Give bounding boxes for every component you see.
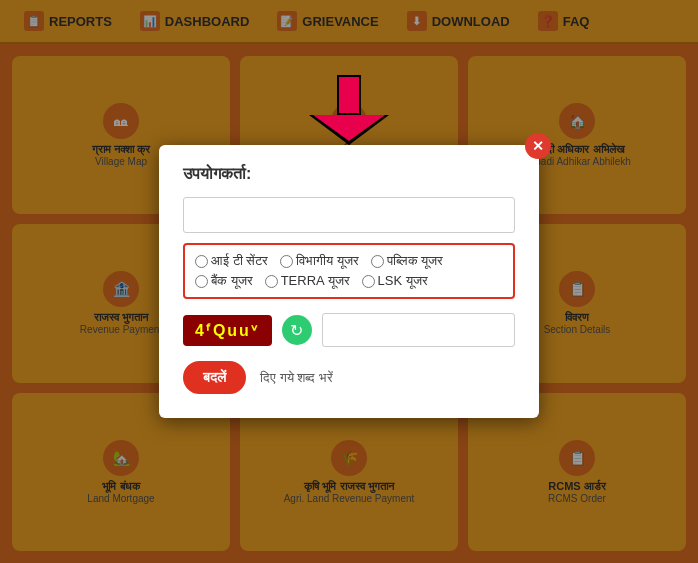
radio-lsk-input[interactable] [362, 275, 375, 288]
captcha-refresh-button[interactable]: ↻ [282, 315, 312, 345]
radio-row-1: आई टी सेंटर विभागीय यूजर पब्लिक यूजर [195, 253, 503, 269]
radio-vibhagiya-input[interactable] [280, 255, 293, 268]
modal-title: उपयोगकर्ता: [183, 165, 515, 183]
radio-it-center-input[interactable] [195, 255, 208, 268]
submit-label: बदलें [203, 369, 226, 385]
refresh-icon: ↻ [290, 321, 303, 340]
radio-bank[interactable]: बैंक यूजर [195, 273, 253, 289]
user-type-radio-group: आई टी सेंटर विभागीय यूजर पब्लिक यूजर बैं… [183, 243, 515, 299]
login-modal: ✕ उपयोगकर्ता: आई टी सेंटर [159, 145, 539, 418]
radio-public[interactable]: पब्लिक यूजर [371, 253, 444, 269]
radio-bank-label: बैंक यूजर [211, 273, 253, 289]
radio-terra-label: TERRA यूजर [281, 273, 350, 289]
down-arrow-indicator [309, 75, 389, 149]
radio-terra[interactable]: TERRA यूजर [265, 273, 350, 289]
radio-vibhagiya-label: विभागीय यूजर [296, 253, 359, 269]
radio-it-center-label: आई टी सेंटर [211, 253, 268, 269]
svg-marker-3 [313, 115, 385, 141]
svg-rect-1 [339, 77, 359, 113]
close-icon: ✕ [532, 138, 544, 154]
modal-close-button[interactable]: ✕ [525, 133, 551, 159]
radio-public-input[interactable] [371, 255, 384, 268]
submit-hint: दिए गये शब्द भरें [260, 370, 333, 386]
radio-row-2: बैंक यूजर TERRA यूजर LSK यूजर [195, 273, 503, 289]
username-input[interactable] [183, 197, 515, 233]
submit-button[interactable]: बदलें [183, 361, 246, 394]
captcha-image: 4ᶠQuuᵛ [183, 315, 272, 346]
captcha-row: 4ᶠQuuᵛ ↻ [183, 313, 515, 347]
submit-row: बदलें दिए गये शब्द भरें [183, 361, 515, 394]
captcha-input[interactable] [322, 313, 515, 347]
radio-public-label: पब्लिक यूजर [387, 253, 444, 269]
radio-it-center[interactable]: आई टी सेंटर [195, 253, 268, 269]
radio-bank-input[interactable] [195, 275, 208, 288]
radio-lsk-label: LSK यूजर [378, 273, 428, 289]
radio-lsk[interactable]: LSK यूजर [362, 273, 428, 289]
radio-vibhagiya[interactable]: विभागीय यूजर [280, 253, 359, 269]
radio-terra-input[interactable] [265, 275, 278, 288]
modal-overlay: ✕ उपयोगकर्ता: आई टी सेंटर [0, 0, 698, 563]
